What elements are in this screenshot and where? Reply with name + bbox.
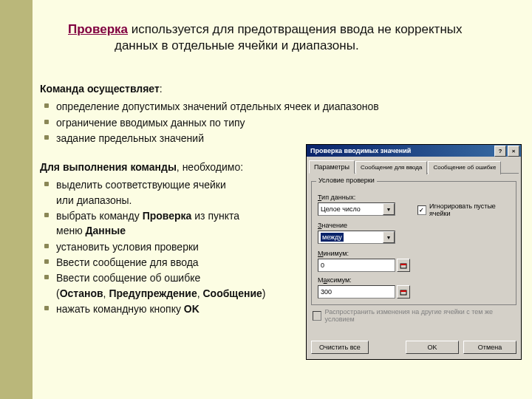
min-label: Минимум: xyxy=(318,250,510,257)
min-input[interactable]: 0 xyxy=(318,259,395,272)
checkbox-icon: ✓ xyxy=(417,205,426,215)
tab-input-message[interactable]: Сообщение для ввода xyxy=(355,161,427,174)
type-combo[interactable]: Целое число▼ xyxy=(318,202,395,216)
value-combo[interactable]: между▼ xyxy=(318,231,395,244)
range-picker-button[interactable] xyxy=(397,259,410,272)
slide-subtitle: данных в отдельные ячейки и диапазоны. xyxy=(115,38,359,53)
list-item: выделить соответствующие ячейки или диап… xyxy=(40,177,291,208)
chevron-down-icon: ▼ xyxy=(383,203,395,215)
title-keyword: Проверка xyxy=(68,22,128,36)
cancel-button[interactable]: Отмена xyxy=(463,341,516,354)
list-item: выбрать команду Проверка из пункта меню … xyxy=(40,208,291,239)
list-item: Ввести сообщение об ошибке(Останов, Пред… xyxy=(40,270,291,301)
tab-parameters[interactable]: Параметры xyxy=(309,160,355,174)
slide-sidebar xyxy=(0,0,33,399)
list-item: Ввести сообщение для ввода xyxy=(40,255,291,270)
range-picker-button[interactable] xyxy=(397,285,410,299)
svg-rect-3 xyxy=(400,290,406,292)
max-input[interactable]: 300 xyxy=(318,285,395,299)
slide-title: Проверка используется для предотвращения… xyxy=(68,22,463,37)
section1-list: определение допустимых значений отдельны… xyxy=(40,99,379,146)
svg-rect-1 xyxy=(400,264,406,265)
clear-all-button[interactable]: Очистить все xyxy=(311,341,369,354)
list-item: установить условия проверки xyxy=(40,239,291,254)
group-label: Условие проверки xyxy=(316,177,377,184)
dialog-tabs: Параметры Сообщение для ввода Сообщение … xyxy=(309,160,519,174)
validation-dialog: Проверка вводимых значений ? × Параметры… xyxy=(306,144,522,360)
list-item: ограничение вводимых данных по типу xyxy=(40,115,379,130)
ok-button[interactable]: OK xyxy=(406,341,459,354)
value-label: Значение xyxy=(318,222,510,229)
section1-head: Команда осуществляет xyxy=(40,83,160,95)
close-button[interactable]: × xyxy=(508,146,519,157)
chevron-down-icon: ▼ xyxy=(383,231,395,243)
ignore-empty-checkbox[interactable]: ✓ Игнорировать пустые ячейки xyxy=(417,202,510,217)
checkbox-icon xyxy=(313,311,321,321)
criteria-group: Условие проверки Тип данных: Целое число… xyxy=(311,181,516,305)
dialog-title: Проверка вводимых значений xyxy=(308,147,493,154)
apply-all-checkbox: Распространить изменения на другие ячейк… xyxy=(313,308,515,323)
section2-head: Для выполнения команды xyxy=(40,161,177,173)
section2-list: выделить соответствующие ячейки или диап… xyxy=(40,177,291,316)
tab-error-message[interactable]: Сообщение об ошибке xyxy=(428,161,501,174)
dialog-titlebar: Проверка вводимых значений ? × xyxy=(307,145,521,157)
help-button[interactable]: ? xyxy=(494,146,506,157)
list-item: нажать командную кнопку OK xyxy=(40,301,291,316)
type-label: Тип данных: xyxy=(318,194,395,201)
dialog-buttons: Очистить все OK Отмена xyxy=(311,341,516,354)
list-item: определение допустимых значений отдельны… xyxy=(40,99,379,114)
title-rest: используется для предотвращения ввода не… xyxy=(128,22,463,36)
max-label: Максимум: xyxy=(318,276,510,284)
